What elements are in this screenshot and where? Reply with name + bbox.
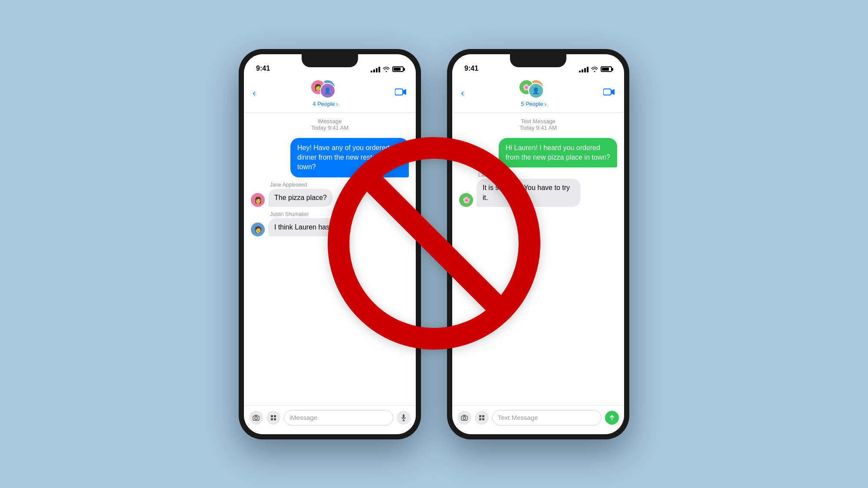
sender-justin: Justin Shumaker — [270, 211, 339, 217]
svg-rect-15 — [479, 418, 481, 420]
video-button-left[interactable] — [395, 88, 407, 99]
svg-rect-7 — [403, 414, 404, 418]
message-jane: The pizza place? — [268, 189, 333, 207]
avatar-group-left: 👩 🧑 👤 — [310, 79, 341, 99]
messages-area-right: Hi Lauren! I heard you ordered from the … — [452, 134, 624, 405]
wifi-icon-right — [591, 67, 598, 72]
notch-left — [302, 54, 358, 67]
video-button-right[interactable] — [603, 88, 615, 99]
svg-rect-0 — [395, 89, 403, 95]
avatar-3-left: 👤 — [320, 83, 335, 98]
camera-button-left[interactable] — [249, 411, 263, 425]
msg-type-header-left: iMessage Today 9:41 AM — [244, 113, 416, 134]
back-button-right[interactable]: ‹ — [461, 88, 464, 99]
svg-rect-5 — [271, 418, 273, 420]
avatar-justin: 🧑 — [251, 223, 265, 236]
audio-button-left[interactable] — [397, 411, 411, 425]
time-right: 9:41 — [464, 65, 478, 72]
nav-header-left: ‹ 👩 🧑 👤 4 People › — [244, 76, 416, 113]
apps-button-right[interactable] — [475, 411, 489, 425]
input-bar-left: iMessage — [244, 405, 416, 434]
svg-rect-13 — [479, 415, 481, 417]
sender-lauren: Lau… — [478, 172, 581, 178]
message-justin: I think Lauren has? — [268, 218, 339, 236]
msg-type-header-right: Text Message Today 9:41 AM — [452, 113, 624, 134]
svg-rect-4 — [274, 415, 276, 417]
avatar-lauren: 🌸 — [459, 193, 473, 207]
messages-area-left: Hey! Have any of you ordered dinner from… — [244, 134, 416, 405]
back-button-left[interactable]: ‹ — [253, 88, 256, 99]
group-name-right[interactable]: 5 People › — [521, 101, 546, 107]
phone-left: 9:41 — [239, 49, 421, 439]
bubble-in-2-left: 🧑 Justin Shumaker I think Lauren has? — [251, 211, 409, 236]
nav-header-right: ‹ 🌸 👤 👤 5 People › — [452, 76, 624, 113]
svg-rect-10 — [603, 89, 611, 95]
screen-left: 9:41 — [244, 54, 416, 434]
sender-jane: Jane Appleseed — [270, 182, 333, 188]
svg-point-2 — [255, 417, 257, 419]
nav-center-left: 👩 🧑 👤 4 People › — [310, 79, 341, 107]
apps-button-left[interactable] — [266, 411, 280, 425]
message-input-left[interactable]: iMessage — [284, 410, 393, 426]
battery-icon-right — [601, 66, 612, 72]
avatar-group-right: 🌸 👤 👤 — [519, 79, 549, 99]
svg-rect-3 — [271, 415, 273, 417]
avatar-jane: 👩 — [251, 193, 265, 207]
camera-button-right[interactable] — [457, 411, 471, 425]
bubble-in-1-left: 👩 Jane Appleseed The pizza place? — [251, 182, 409, 207]
time-left: 9:41 — [256, 65, 270, 72]
svg-rect-6 — [274, 418, 276, 420]
signal-icon-right — [579, 66, 589, 72]
screen-right: 9:41 — [452, 54, 624, 434]
svg-rect-16 — [482, 418, 484, 420]
message-lauren: It is so good! You have to try it. — [477, 179, 581, 207]
phone-right: 9:41 — [447, 49, 629, 439]
input-bar-right: Text Message — [452, 405, 624, 434]
status-icons-right — [579, 66, 612, 72]
wifi-icon-left — [383, 67, 390, 72]
svg-rect-14 — [482, 415, 484, 417]
bubble-in-1-right: 🌸 Lau… It is so good! You have to try it… — [459, 172, 617, 207]
status-icons-left — [371, 66, 404, 72]
signal-icon-left — [371, 66, 380, 72]
message-input-right[interactable]: Text Message — [492, 410, 602, 426]
avatar-3-right: 👤 — [528, 83, 544, 98]
bubble-out-1-left: Hey! Have any of you ordered dinner from… — [290, 138, 409, 177]
nav-center-right: 🌸 👤 👤 5 People › — [519, 79, 549, 107]
group-name-left[interactable]: 4 People › — [312, 101, 338, 107]
notch-right — [510, 54, 566, 67]
battery-icon-left — [392, 66, 404, 72]
send-button-right[interactable] — [605, 411, 619, 425]
bubble-out-1-right: Hi Lauren! I heard you ordered from the … — [499, 138, 617, 168]
phones-container: 9:41 — [239, 49, 629, 439]
svg-point-12 — [463, 417, 466, 419]
